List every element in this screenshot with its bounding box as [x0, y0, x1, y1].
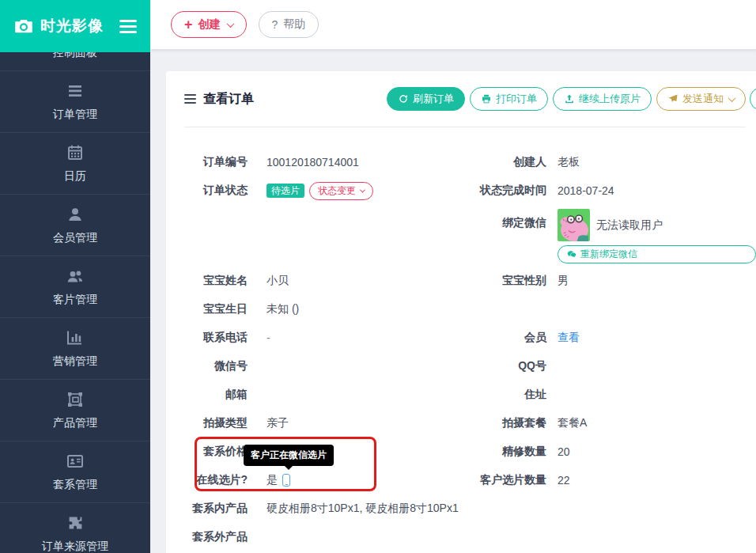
shoot-type-value: 亲子 [248, 416, 442, 430]
field-row-baby-name: 宝宝姓名 小贝 宝宝性别 男 [166, 267, 756, 295]
sidebar-item-order-sources[interactable]: 订单来源管理 [0, 502, 150, 553]
sidebar-item-label: 会员管理 [53, 231, 97, 245]
baby-birthday-value: 未知 () [248, 302, 442, 316]
member-view-link[interactable]: 查看 [558, 331, 580, 345]
wechat-binding-block: 无法读取用户 重新绑定微信 [546, 205, 756, 263]
app-window: 控制面板 订单管理 日历 会员管理 客片管理 营销管理 [0, 0, 756, 553]
pig-avatar-image [558, 209, 590, 241]
sidebar-item-label: 客片管理 [53, 293, 97, 307]
brand-header: 时光影像 [0, 0, 150, 52]
status-change-button[interactable]: 状态变更 [309, 182, 373, 200]
create-button[interactable]: + 创建 [171, 11, 247, 38]
continue-upload-button[interactable]: 继续上传原片 [553, 87, 652, 111]
chevron-down-icon [226, 20, 234, 28]
field-label: 精修数量 [442, 445, 546, 459]
user-icon [66, 205, 85, 224]
puzzle-icon [66, 513, 85, 532]
paper-plane-icon [667, 93, 679, 104]
status-change-label: 状态变更 [318, 184, 356, 198]
sidebar-item-label: 日历 [64, 169, 86, 184]
field-label: 在线选片? [184, 473, 248, 487]
wechat-selecting-tooltip: 客户正在微信选片 [244, 445, 334, 466]
camera-icon [13, 16, 34, 36]
help-button-label: 帮助 [283, 17, 305, 32]
field-label: 住址 [442, 388, 546, 402]
order-number-value: 100120180714001 [248, 156, 442, 169]
sidebar-item-label: 订单来源管理 [42, 540, 108, 553]
field-label: 创建人 [442, 155, 546, 169]
field-row-wechat-binding: 绑定微信 [166, 205, 756, 267]
sidebar-item-marketing[interactable]: 营销管理 [0, 317, 150, 379]
online-selection-value: 是 [248, 473, 442, 487]
refresh-icon [398, 93, 409, 104]
field-label: 订单编号 [184, 155, 248, 169]
wechat-icon [566, 249, 577, 260]
users-icon [66, 267, 85, 286]
mobile-phone-icon[interactable] [282, 474, 290, 487]
sidebar-item-client-photos[interactable]: 客片管理 [0, 256, 150, 317]
page-title: 查看订单 [203, 91, 254, 108]
main-content: 查看订单 刷新订单 打印订单 继续上传原片 [150, 49, 756, 553]
field-label: 套系外产品 [184, 530, 248, 544]
sidebar-item-label: 营销管理 [53, 354, 97, 369]
client-selection-count-value: 22 [546, 474, 756, 487]
field-row-phone: 联系电话 - 会员 查看 [166, 324, 756, 352]
object-group-icon [66, 390, 85, 409]
field-row-baby-birthday: 宝宝生日 未知 () [166, 295, 756, 324]
field-label: 微信号 [184, 359, 248, 373]
baby-gender-value: 男 [546, 274, 756, 288]
field-row-online-selection: 在线选片? 是 客户选片数量 22 [166, 466, 756, 494]
field-label: 邮箱 [184, 388, 248, 402]
wechat-avatar [558, 209, 590, 241]
field-row-email: 邮箱 住址 [166, 381, 756, 409]
online-selection-text: 是 [266, 473, 278, 487]
field-label: 绑定微信 [442, 205, 546, 230]
rebind-wechat-button[interactable]: 重新绑定微信 [558, 245, 756, 263]
refresh-order-button[interactable]: 刷新订单 [387, 87, 465, 111]
chevron-down-icon [360, 187, 365, 192]
retouch-count-value: 20 [546, 445, 756, 458]
card-header: 查看订单 刷新订单 打印订单 继续上传原片 [166, 71, 756, 127]
field-label: 状态完成时间 [442, 184, 546, 198]
rebind-wechat-label: 重新绑定微信 [580, 248, 637, 261]
sidebar-item-orders[interactable]: 订单管理 [0, 70, 150, 132]
field-row-order-number: 订单编号 100120180714001 创建人 老板 [166, 148, 756, 176]
field-row-shoot-type: 拍摄类型 亲子 拍摄套餐 套餐A [166, 409, 756, 437]
wechat-error-text: 无法读取用户 [596, 218, 663, 233]
status-complete-time-value: 2018-07-24 [546, 184, 756, 197]
field-label: 拍摄类型 [184, 416, 248, 430]
plus-icon: + [184, 17, 193, 32]
sidebar-menu: 控制面板 订单管理 日历 会员管理 客片管理 营销管理 [0, 0, 150, 553]
menu-toggle-icon[interactable] [119, 17, 137, 36]
sidebar-item-calendar[interactable]: 日历 [0, 132, 150, 194]
field-label: QQ号 [442, 359, 546, 373]
printer-icon [481, 93, 492, 104]
print-order-label: 打印订单 [496, 92, 537, 106]
chevron-down-icon [728, 94, 736, 102]
question-icon: ? [272, 18, 278, 31]
send-notification-button[interactable]: 发送通知 [656, 87, 746, 111]
baby-name-value: 小贝 [248, 274, 442, 288]
list-icon [184, 92, 196, 106]
help-button[interactable]: ? 帮助 [259, 11, 319, 38]
print-order-button[interactable]: 打印订单 [470, 87, 548, 111]
clipped-action-button[interactable] [750, 87, 756, 111]
order-card: 查看订单 刷新订单 打印订单 继续上传原片 [166, 71, 756, 553]
package-products-value: 硬皮相册8寸10Px1, 硬皮相册8寸10Px1 [248, 502, 442, 516]
order-details: 订单编号 100120180714001 创建人 老板 订单状态 待选片 状态变… [166, 127, 756, 551]
topbar: + 创建 ? 帮助 [150, 0, 756, 49]
sidebar-item-products[interactable]: 产品管理 [0, 379, 150, 441]
id-card-icon [66, 452, 85, 471]
field-label: 套系价格 [184, 445, 248, 459]
phone-value: - [248, 331, 442, 344]
field-label: 联系电话 [184, 331, 248, 345]
list-icon [66, 81, 85, 100]
field-label: 宝宝生日 [184, 302, 248, 316]
order-status-value: 待选片 状态变更 [248, 182, 442, 200]
field-label: 订单状态 [184, 184, 248, 198]
field-row-wechat-id: 微信号 QQ号 [166, 352, 756, 381]
sidebar-item-packages[interactable]: 套系管理 [0, 441, 150, 502]
brand-title: 时光影像 [40, 16, 104, 36]
sidebar-item-members[interactable]: 会员管理 [0, 194, 150, 256]
field-label: 宝宝姓名 [184, 274, 248, 288]
